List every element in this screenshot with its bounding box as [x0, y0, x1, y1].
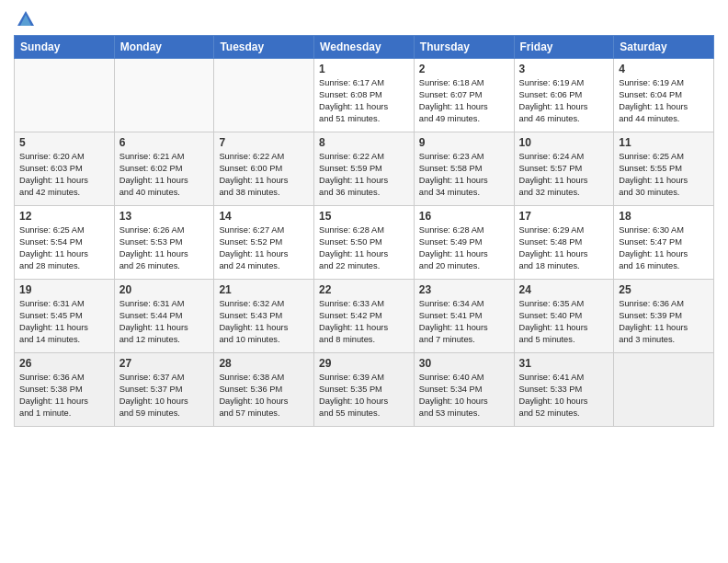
day-info: Sunrise: 6:19 AM Sunset: 6:06 PM Dayligh… — [519, 77, 609, 125]
day-info: Sunrise: 6:27 AM Sunset: 5:52 PM Dayligh… — [219, 224, 309, 272]
calendar-cell: 6Sunrise: 6:21 AM Sunset: 6:02 PM Daylig… — [114, 132, 214, 206]
day-number: 16 — [419, 210, 509, 223]
day-number: 18 — [619, 210, 709, 223]
day-number: 14 — [219, 210, 309, 223]
day-number: 4 — [619, 63, 709, 75]
day-info: Sunrise: 6:19 AM Sunset: 6:04 PM Dayligh… — [619, 77, 709, 125]
calendar-cell: 16Sunrise: 6:28 AM Sunset: 5:49 PM Dayli… — [414, 206, 514, 280]
calendar-cell: 7Sunrise: 6:22 AM Sunset: 6:00 PM Daylig… — [214, 132, 314, 206]
weekday-header-monday: Monday — [114, 36, 214, 59]
calendar-cell: 3Sunrise: 6:19 AM Sunset: 6:06 PM Daylig… — [514, 59, 614, 132]
calendar-cell: 18Sunrise: 6:30 AM Sunset: 5:47 PM Dayli… — [614, 206, 714, 280]
day-number: 27 — [119, 357, 210, 370]
logo-icon — [16, 9, 36, 29]
calendar-cell: 11Sunrise: 6:25 AM Sunset: 5:55 PM Dayli… — [614, 132, 714, 206]
calendar-week-4: 19Sunrise: 6:31 AM Sunset: 5:45 PM Dayli… — [15, 280, 714, 353]
calendar-cell: 23Sunrise: 6:34 AM Sunset: 5:41 PM Dayli… — [414, 280, 514, 353]
calendar-cell: 31Sunrise: 6:41 AM Sunset: 5:33 PM Dayli… — [514, 353, 614, 427]
day-info: Sunrise: 6:21 AM Sunset: 6:02 PM Dayligh… — [119, 151, 210, 199]
day-number: 6 — [119, 136, 210, 149]
calendar-cell: 17Sunrise: 6:29 AM Sunset: 5:48 PM Dayli… — [514, 206, 614, 280]
day-info: Sunrise: 6:29 AM Sunset: 5:48 PM Dayligh… — [519, 224, 609, 272]
day-number: 2 — [419, 63, 509, 75]
day-number: 13 — [119, 210, 210, 223]
day-number: 23 — [419, 283, 509, 296]
calendar-week-5: 26Sunrise: 6:36 AM Sunset: 5:38 PM Dayli… — [15, 353, 714, 427]
day-number: 5 — [19, 136, 109, 149]
calendar-cell: 5Sunrise: 6:20 AM Sunset: 6:03 PM Daylig… — [15, 132, 115, 206]
day-info: Sunrise: 6:32 AM Sunset: 5:43 PM Dayligh… — [219, 298, 309, 346]
day-number: 11 — [619, 136, 709, 149]
calendar-cell: 13Sunrise: 6:26 AM Sunset: 5:53 PM Dayli… — [114, 206, 214, 280]
day-number: 15 — [319, 210, 409, 223]
calendar-cell: 15Sunrise: 6:28 AM Sunset: 5:50 PM Dayli… — [314, 206, 415, 280]
weekday-header-saturday: Saturday — [614, 36, 714, 59]
day-info: Sunrise: 6:31 AM Sunset: 5:44 PM Dayligh… — [119, 298, 210, 346]
day-number: 9 — [419, 136, 509, 149]
day-info: Sunrise: 6:40 AM Sunset: 5:34 PM Dayligh… — [419, 372, 509, 419]
calendar-cell — [114, 59, 214, 132]
weekday-header-thursday: Thursday — [414, 36, 514, 59]
day-number: 10 — [519, 136, 609, 149]
page: SundayMondayTuesdayWednesdayThursdayFrid… — [0, 0, 728, 563]
calendar-cell: 25Sunrise: 6:36 AM Sunset: 5:39 PM Dayli… — [614, 280, 714, 353]
day-number: 12 — [19, 210, 109, 223]
day-info: Sunrise: 6:41 AM Sunset: 5:33 PM Dayligh… — [519, 372, 609, 419]
day-number: 26 — [19, 357, 109, 370]
weekday-header-friday: Friday — [514, 36, 614, 59]
calendar-cell: 28Sunrise: 6:38 AM Sunset: 5:36 PM Dayli… — [214, 353, 314, 427]
header — [14, 9, 714, 29]
day-info: Sunrise: 6:30 AM Sunset: 5:47 PM Dayligh… — [619, 224, 709, 272]
day-info: Sunrise: 6:39 AM Sunset: 5:35 PM Dayligh… — [319, 372, 409, 419]
day-number: 20 — [119, 283, 210, 296]
calendar-cell: 26Sunrise: 6:36 AM Sunset: 5:38 PM Dayli… — [15, 353, 115, 427]
calendar-cell: 9Sunrise: 6:23 AM Sunset: 5:58 PM Daylig… — [414, 132, 514, 206]
calendar-week-3: 12Sunrise: 6:25 AM Sunset: 5:54 PM Dayli… — [15, 206, 714, 280]
day-info: Sunrise: 6:34 AM Sunset: 5:41 PM Dayligh… — [419, 298, 509, 346]
day-info: Sunrise: 6:38 AM Sunset: 5:36 PM Dayligh… — [219, 372, 309, 419]
calendar-cell: 20Sunrise: 6:31 AM Sunset: 5:44 PM Dayli… — [114, 280, 214, 353]
day-info: Sunrise: 6:17 AM Sunset: 6:08 PM Dayligh… — [319, 77, 409, 125]
day-info: Sunrise: 6:28 AM Sunset: 5:49 PM Dayligh… — [419, 224, 509, 272]
day-info: Sunrise: 6:35 AM Sunset: 5:40 PM Dayligh… — [519, 298, 609, 346]
day-number: 1 — [319, 63, 409, 75]
day-info: Sunrise: 6:24 AM Sunset: 5:57 PM Dayligh… — [519, 151, 609, 199]
day-number: 8 — [319, 136, 409, 149]
day-number: 31 — [519, 357, 609, 370]
day-info: Sunrise: 6:18 AM Sunset: 6:07 PM Dayligh… — [419, 77, 509, 125]
calendar-week-1: 1Sunrise: 6:17 AM Sunset: 6:08 PM Daylig… — [15, 59, 714, 132]
calendar-cell: 14Sunrise: 6:27 AM Sunset: 5:52 PM Dayli… — [214, 206, 314, 280]
day-number: 29 — [319, 357, 409, 370]
logo — [14, 9, 36, 29]
weekday-header-wednesday: Wednesday — [314, 36, 415, 59]
day-info: Sunrise: 6:37 AM Sunset: 5:37 PM Dayligh… — [119, 372, 210, 419]
calendar-cell — [614, 353, 714, 427]
calendar-cell: 27Sunrise: 6:37 AM Sunset: 5:37 PM Dayli… — [114, 353, 214, 427]
day-info: Sunrise: 6:23 AM Sunset: 5:58 PM Dayligh… — [419, 151, 509, 199]
calendar-cell: 12Sunrise: 6:25 AM Sunset: 5:54 PM Dayli… — [15, 206, 115, 280]
calendar-week-2: 5Sunrise: 6:20 AM Sunset: 6:03 PM Daylig… — [15, 132, 714, 206]
day-number: 30 — [419, 357, 509, 370]
calendar-cell: 2Sunrise: 6:18 AM Sunset: 6:07 PM Daylig… — [414, 59, 514, 132]
calendar-cell: 29Sunrise: 6:39 AM Sunset: 5:35 PM Dayli… — [314, 353, 415, 427]
day-info: Sunrise: 6:25 AM Sunset: 5:55 PM Dayligh… — [619, 151, 709, 199]
calendar-cell: 1Sunrise: 6:17 AM Sunset: 6:08 PM Daylig… — [314, 59, 415, 132]
weekday-header-row: SundayMondayTuesdayWednesdayThursdayFrid… — [15, 36, 714, 59]
weekday-header-sunday: Sunday — [15, 36, 115, 59]
day-number: 21 — [219, 283, 309, 296]
calendar-cell — [15, 59, 115, 132]
day-info: Sunrise: 6:33 AM Sunset: 5:42 PM Dayligh… — [319, 298, 409, 346]
day-number: 22 — [319, 283, 409, 296]
day-number: 19 — [19, 283, 109, 296]
calendar-cell: 4Sunrise: 6:19 AM Sunset: 6:04 PM Daylig… — [614, 59, 714, 132]
calendar-cell: 10Sunrise: 6:24 AM Sunset: 5:57 PM Dayli… — [514, 132, 614, 206]
calendar-table: SundayMondayTuesdayWednesdayThursdayFrid… — [14, 35, 714, 427]
day-number: 28 — [219, 357, 309, 370]
day-info: Sunrise: 6:22 AM Sunset: 5:59 PM Dayligh… — [319, 151, 409, 199]
day-info: Sunrise: 6:26 AM Sunset: 5:53 PM Dayligh… — [119, 224, 210, 272]
calendar-cell: 30Sunrise: 6:40 AM Sunset: 5:34 PM Dayli… — [414, 353, 514, 427]
weekday-header-tuesday: Tuesday — [214, 36, 314, 59]
day-number: 24 — [519, 283, 609, 296]
calendar-cell — [214, 59, 314, 132]
day-number: 17 — [519, 210, 609, 223]
